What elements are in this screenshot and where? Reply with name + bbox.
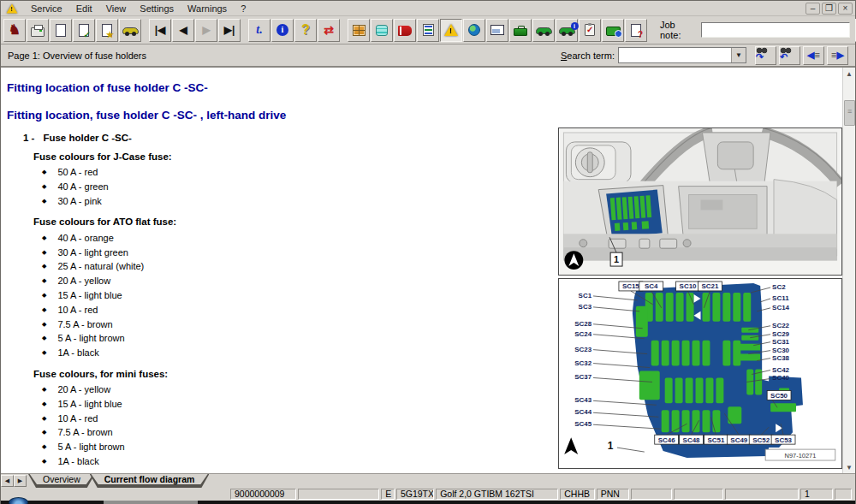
close-button[interactable]: × (838, 3, 853, 15)
grid-icon (353, 25, 366, 36)
return-button[interactable]: t. (248, 19, 270, 42)
fuse-colour-text: 1A - black (57, 347, 98, 358)
item-number: 1 - (23, 133, 34, 143)
fuse-label: SC43 (574, 396, 591, 404)
screen-icon (490, 25, 504, 35)
menu-warnings[interactable]: Warnings (181, 3, 234, 15)
status-cell: 9000000009 (230, 489, 296, 500)
page-title: Page 1: Overview of fuse holders (4, 50, 146, 61)
fuse-colour-text: 50 A - red (57, 167, 98, 177)
database-button[interactable] (371, 19, 393, 42)
job-note-input[interactable] (701, 22, 851, 38)
db-icon (376, 25, 388, 36)
diamond-bullet-icon: ◆ (42, 198, 46, 205)
tab-current-flow-diagram[interactable]: Current flow diagram (90, 474, 210, 488)
status-bar: 9000000009E5G19TXGolf 2,0 GTIBM 162TSICH… (1, 488, 855, 501)
document-new-button[interactable]: ★ (96, 19, 118, 42)
fuse-colour-text: 10 A - red (57, 413, 98, 424)
find-previous-button[interactable]: ↶ (779, 46, 800, 65)
menu-service[interactable]: Service (24, 3, 69, 15)
manual-button[interactable] (394, 19, 416, 42)
new-document-button[interactable] (50, 19, 72, 42)
fuse-label: SC1 (579, 292, 592, 299)
info-button[interactable]: i (271, 19, 294, 42)
previous-match-button[interactable]: ◀≡ (803, 46, 824, 65)
menu-view[interactable]: View (99, 3, 134, 15)
status-cell: 1 (800, 489, 834, 500)
search-buttons: ↷↶◀≡≡▶ (755, 46, 848, 65)
fuse-colour-text: 7.5 A - brown (57, 427, 112, 437)
car-green-icon (536, 27, 552, 34)
scroll-down-icon[interactable]: ▼ (843, 461, 855, 474)
fuse-colour-text: 40 A - orange (57, 233, 113, 243)
diamond-bullet-icon: ◆ (42, 234, 46, 241)
fuse-colour-text: 15 A - light blue (57, 290, 122, 300)
nav-first-icon: |◀ (155, 25, 166, 35)
toolbox-button[interactable] (509, 19, 532, 42)
fuse-colour-text: 30 A - light green (57, 247, 128, 258)
fuse-label: SC51 (707, 436, 724, 444)
tab-scroll-left-button[interactable]: ◀ (1, 475, 14, 487)
card-button[interactable] (602, 19, 624, 42)
last-page-button[interactable]: ▶| (218, 19, 241, 42)
figure2-callout-1: 1 (608, 440, 614, 452)
vertical-scrollbar[interactable]: ▲ ▼ (842, 68, 855, 474)
document-help-button[interactable]: ? (625, 19, 647, 42)
window-grid-button[interactable] (348, 19, 370, 42)
menu-edit[interactable]: Edit (69, 3, 99, 15)
next-match-button[interactable]: ≡▶ (827, 46, 848, 65)
toolbar: ♞✓★|◀◀▶▶|t.i?⇄!i✓? Job note: ✓ (1, 16, 855, 44)
diamond-bullet-icon: ◆ (42, 292, 46, 299)
tab-overview[interactable]: Overview (28, 474, 95, 488)
fuse-colour-text: 10 A - red (57, 305, 98, 315)
next-page-button[interactable]: ▶ (195, 19, 217, 42)
print-button[interactable] (27, 19, 49, 42)
clipboard-icon: ✓ (585, 24, 595, 36)
vehicle-button[interactable] (119, 19, 141, 42)
status-cell: Golf 2,0 GTIBM 162TSI (436, 489, 558, 500)
fuse-label: SC14 (772, 304, 789, 311)
fuse-colour-text: 5 A - light brown (57, 442, 124, 452)
tab-scroll-right-button[interactable]: ▶ (14, 475, 27, 487)
globe-icon (468, 24, 480, 36)
scroll-up-icon[interactable]: ▲ (843, 68, 855, 80)
diamond-bullet-icon: ◆ (42, 443, 46, 450)
exit-button[interactable]: ♞ (3, 19, 26, 42)
diamond-bullet-icon: ◆ (42, 429, 46, 436)
fuse-label: SC3 (579, 303, 592, 311)
diamond-bullet-icon: ◆ (42, 400, 46, 407)
status-cell: PNN (597, 489, 630, 500)
screen-button[interactable] (486, 19, 508, 42)
info-icon: i (276, 24, 288, 36)
globe-button[interactable] (463, 19, 485, 42)
previous-page-button[interactable]: ◀ (172, 19, 194, 42)
car-info-button[interactable]: i (556, 19, 578, 42)
nav-next-icon: ▶ (202, 25, 210, 35)
checklist-button[interactable]: ✓ (579, 19, 601, 42)
minimize-button[interactable]: – (805, 3, 820, 15)
restore-button[interactable]: ❐ (822, 3, 836, 15)
status-cell (835, 489, 852, 500)
list-icon (423, 24, 434, 36)
find-next-button[interactable]: ↷ (755, 46, 776, 65)
menu-items: ServiceEditViewSettingsWarnings? (24, 3, 253, 14)
figure-dashboard-location: 1 (558, 127, 842, 276)
app-warning-icon: ! (7, 3, 18, 13)
search-dropdown-arrow-icon[interactable]: ▼ (731, 48, 746, 62)
document-list-button[interactable] (417, 19, 439, 42)
menu-help[interactable]: ? (234, 3, 253, 15)
warnings-button[interactable]: ! (440, 19, 462, 42)
scrollbar-thumb[interactable] (844, 100, 855, 126)
fuse-colour-text: 15 A - light blue (57, 399, 122, 409)
job-note-group: Job note: ✓ (660, 19, 856, 42)
swap-button[interactable]: ⇄ (318, 19, 340, 42)
car-green-button[interactable] (532, 19, 555, 42)
search-input[interactable] (619, 48, 731, 62)
help-button[interactable]: ? (294, 19, 317, 42)
document-check-button[interactable]: ✓ (73, 19, 95, 42)
start-orb[interactable] (9, 497, 28, 504)
first-page-button[interactable]: |◀ (149, 19, 171, 42)
diamond-bullet-icon: ◆ (42, 263, 46, 270)
fuse-label: SC30 (772, 347, 789, 354)
menu-settings[interactable]: Settings (133, 3, 181, 15)
